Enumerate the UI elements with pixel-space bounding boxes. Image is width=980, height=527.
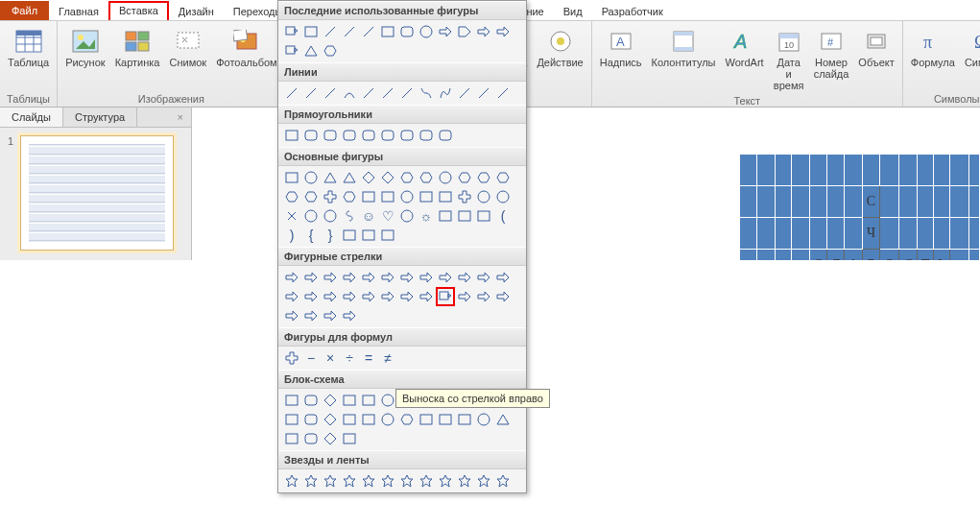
shape-item[interactable] bbox=[474, 187, 493, 206]
pane-close[interactable]: × bbox=[170, 108, 191, 127]
shape-item[interactable]: ( bbox=[493, 206, 513, 226]
shape-item[interactable] bbox=[340, 22, 359, 41]
shape-item[interactable] bbox=[282, 22, 301, 41]
shape-item[interactable] bbox=[455, 84, 474, 103]
btn-datetime[interactable]: 10Дата и время bbox=[770, 23, 808, 94]
shape-item[interactable] bbox=[301, 126, 321, 145]
shape-item[interactable] bbox=[301, 41, 321, 60]
shape-item[interactable] bbox=[455, 22, 474, 41]
shape-item[interactable] bbox=[378, 84, 397, 103]
shape-item[interactable]: ☼ bbox=[417, 206, 436, 226]
shape-item[interactable] bbox=[417, 84, 436, 103]
shape-item[interactable] bbox=[378, 22, 397, 41]
shape-item[interactable] bbox=[417, 126, 436, 145]
shape-item[interactable] bbox=[282, 126, 301, 145]
shape-item[interactable] bbox=[340, 126, 359, 145]
shape-item[interactable] bbox=[455, 168, 474, 187]
shape-item[interactable] bbox=[436, 168, 455, 187]
btn-object[interactable]: Объект bbox=[854, 23, 897, 83]
shape-item[interactable]: ☺ bbox=[359, 206, 378, 226]
shape-item[interactable] bbox=[397, 206, 417, 226]
shape-item[interactable]: { bbox=[301, 226, 321, 245]
shape-item[interactable]: } bbox=[321, 226, 340, 245]
shape-item[interactable] bbox=[321, 168, 340, 187]
slide-thumbnail-1[interactable] bbox=[20, 135, 174, 251]
shape-item[interactable] bbox=[321, 187, 340, 206]
shape-item[interactable] bbox=[493, 22, 513, 41]
shape-item[interactable] bbox=[436, 126, 455, 145]
shape-item[interactable] bbox=[282, 168, 301, 187]
shape-item[interactable] bbox=[282, 41, 301, 60]
shape-item[interactable] bbox=[436, 187, 455, 206]
btn-picture[interactable]: Рисунок bbox=[61, 23, 109, 83]
shape-item[interactable] bbox=[397, 22, 417, 41]
tab-developer[interactable]: Разработчик bbox=[592, 3, 673, 20]
shape-item[interactable] bbox=[378, 126, 397, 145]
shape-item[interactable] bbox=[340, 206, 359, 226]
shape-item[interactable]: ) bbox=[282, 226, 301, 245]
shape-item[interactable] bbox=[359, 187, 378, 206]
btn-headerfooter[interactable]: Колонтитулы bbox=[648, 23, 720, 83]
pane-tab-slides[interactable]: Слайды bbox=[0, 108, 63, 127]
shape-item[interactable] bbox=[455, 187, 474, 206]
btn-textbox[interactable]: AНадпись bbox=[596, 23, 646, 83]
btn-table[interactable]: Таблица bbox=[4, 23, 53, 83]
shape-item[interactable] bbox=[282, 187, 301, 206]
btn-clipart[interactable]: Картинка bbox=[111, 23, 164, 83]
tab-view[interactable]: Вид bbox=[554, 3, 592, 20]
btn-slidenum[interactable]: #Номер слайда bbox=[810, 23, 853, 83]
shape-item[interactable] bbox=[340, 226, 359, 245]
shape-item[interactable] bbox=[321, 22, 340, 41]
shape-item[interactable] bbox=[340, 84, 359, 103]
shape-item[interactable] bbox=[436, 206, 455, 226]
btn-symbol[interactable]: ΩСимвол bbox=[961, 23, 980, 83]
shape-item[interactable] bbox=[321, 84, 340, 103]
shape-item[interactable] bbox=[282, 206, 301, 226]
shape-item[interactable] bbox=[397, 84, 417, 103]
shape-item[interactable] bbox=[301, 84, 321, 103]
shape-item[interactable] bbox=[321, 41, 340, 60]
shape-item[interactable] bbox=[474, 206, 493, 226]
shape-item[interactable] bbox=[436, 22, 455, 41]
shape-item[interactable] bbox=[359, 168, 378, 187]
shape-item[interactable] bbox=[301, 168, 321, 187]
btn-screenshot[interactable]: Снимок bbox=[165, 23, 210, 83]
shape-item[interactable] bbox=[340, 168, 359, 187]
shape-item[interactable] bbox=[397, 168, 417, 187]
shape-item[interactable] bbox=[282, 84, 301, 103]
pane-tab-outline[interactable]: Структура bbox=[63, 108, 137, 127]
tab-home[interactable]: Главная bbox=[49, 3, 108, 20]
shape-item[interactable] bbox=[359, 126, 378, 145]
tab-insert[interactable]: Вставка bbox=[108, 1, 169, 20]
shape-item[interactable] bbox=[493, 84, 513, 103]
btn-wordart[interactable]: AWordArt bbox=[722, 23, 768, 83]
shape-item[interactable] bbox=[493, 168, 513, 187]
btn-album[interactable]: Фотоальбом bbox=[212, 23, 281, 83]
shape-item[interactable] bbox=[474, 84, 493, 103]
tab-design[interactable]: Дизайн bbox=[169, 3, 224, 20]
shape-item[interactable] bbox=[493, 187, 513, 206]
shape-item[interactable] bbox=[397, 126, 417, 145]
shape-item[interactable] bbox=[321, 126, 340, 145]
shape-item[interactable] bbox=[301, 187, 321, 206]
shape-item[interactable] bbox=[474, 168, 493, 187]
btn-action[interactable]: Действие bbox=[533, 23, 586, 83]
shape-item[interactable] bbox=[417, 168, 436, 187]
shape-item[interactable] bbox=[397, 187, 417, 206]
shape-item[interactable] bbox=[359, 226, 378, 245]
shape-item[interactable] bbox=[359, 84, 378, 103]
shape-item[interactable] bbox=[301, 22, 321, 41]
shape-item[interactable] bbox=[321, 206, 340, 226]
shape-item[interactable] bbox=[417, 187, 436, 206]
shape-item[interactable] bbox=[378, 187, 397, 206]
shape-item[interactable]: ♡ bbox=[378, 206, 397, 226]
shape-item[interactable] bbox=[378, 168, 397, 187]
shape-item[interactable] bbox=[359, 22, 378, 41]
shape-item[interactable] bbox=[340, 187, 359, 206]
shape-item[interactable] bbox=[417, 22, 436, 41]
shape-item[interactable] bbox=[378, 226, 397, 245]
tab-file[interactable]: Файл bbox=[0, 1, 49, 20]
shape-item[interactable] bbox=[474, 22, 493, 41]
shape-item[interactable] bbox=[455, 206, 474, 226]
shape-item[interactable] bbox=[301, 206, 321, 226]
